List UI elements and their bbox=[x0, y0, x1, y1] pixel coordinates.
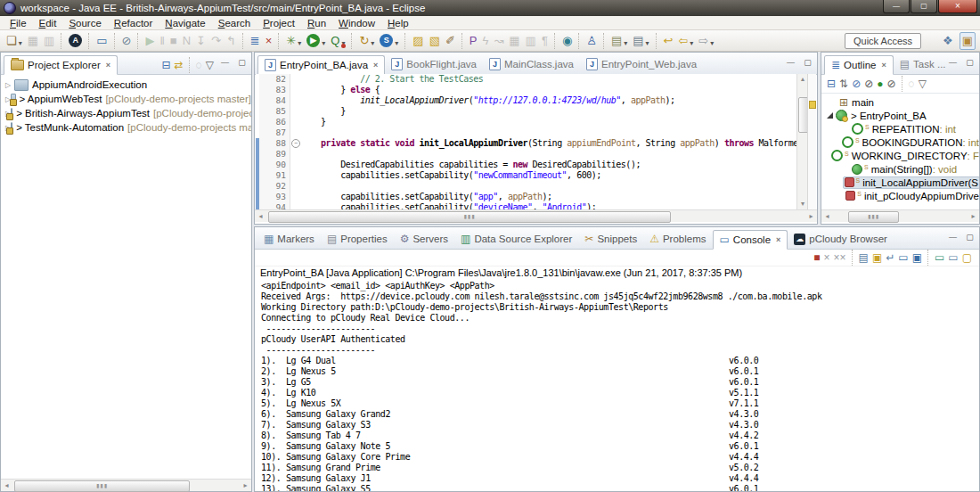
scroll-right-arrow-icon[interactable] bbox=[240, 480, 251, 491]
scroll-right-arrow-icon[interactable] bbox=[805, 211, 817, 222]
menu-item-navigate[interactable]: Navigate bbox=[159, 18, 211, 29]
menu-item-file[interactable]: File bbox=[4, 18, 33, 29]
tab-project-explorer[interactable]: Project Explorer bbox=[4, 55, 118, 75]
console-tab-data-source[interactable]: ▥Data Source Explorer bbox=[454, 229, 578, 249]
console-tab-servers[interactable]: ⚙Servers bbox=[394, 229, 454, 249]
collapse-all-icon[interactable]: ⊟ bbox=[161, 58, 172, 72]
external-tools-icon[interactable]: Q bbox=[329, 33, 347, 49]
scrollbar-thumb[interactable] bbox=[14, 480, 190, 492]
maximize-view-icon[interactable] bbox=[963, 232, 976, 243]
menu-item-run[interactable]: Run bbox=[301, 18, 332, 29]
new-wizard-icon[interactable]: ❏ bbox=[4, 33, 24, 49]
maximize-view-icon[interactable] bbox=[963, 57, 976, 69]
menu-item-project[interactable]: Project bbox=[257, 18, 301, 29]
annotation-pen-icon[interactable]: ✐ bbox=[444, 33, 457, 49]
project-tree-item[interactable]: > AppiumWebTest[pCloudy-demo-projects ma… bbox=[1, 92, 251, 106]
palette-icon[interactable]: ▤ bbox=[609, 33, 629, 49]
hide-non-public-icon[interactable]: ● bbox=[876, 77, 884, 91]
hide-local-types-icon[interactable]: ⊘ bbox=[886, 77, 897, 91]
last-edit-location-icon[interactable]: ↩ bbox=[662, 33, 675, 49]
editor-tab-entrypoint-ba-java[interactable]: JEntryPoint_BA.java bbox=[257, 55, 385, 75]
forward-icon[interactable]: ⇨ bbox=[697, 33, 715, 49]
open-console-icon[interactable]: ▭ bbox=[934, 250, 945, 265]
expand-arrow-icon[interactable] bbox=[827, 112, 833, 119]
maximize-view-icon[interactable] bbox=[235, 57, 249, 69]
word-wrap-icon[interactable]: ↵ bbox=[885, 250, 895, 265]
skip-breakpoints-icon[interactable]: ⊘ bbox=[120, 33, 134, 49]
sort-icon[interactable]: ⇅ bbox=[838, 77, 849, 91]
tab-outline[interactable]: ≣ Outline bbox=[824, 55, 894, 75]
outline-item[interactable]: SWORKING_DIRECTORYF bbox=[821, 149, 979, 162]
minimize-view-icon[interactable] bbox=[946, 232, 960, 243]
project-tree-item[interactable]: AppiumAndroidExecution bbox=[1, 78, 251, 92]
pin-console-icon[interactable]: ▭ bbox=[897, 250, 909, 265]
java-ee-wizard-icon[interactable]: ♙ bbox=[584, 33, 599, 49]
outline-item[interactable]: ⊞main bbox=[821, 95, 979, 109]
project-tree-item[interactable]: > British-Airways-AppiumTest[pCloudy-dem… bbox=[1, 106, 251, 120]
fold-marker-icon[interactable] bbox=[290, 138, 301, 149]
scroll-right-arrow-icon[interactable] bbox=[968, 211, 979, 222]
link-with-editor-icon[interactable]: ⇄ bbox=[174, 58, 184, 72]
occurrence-marker[interactable] bbox=[809, 101, 816, 109]
menu-item-help[interactable]: Help bbox=[381, 18, 415, 29]
console-tab-pcloudy[interactable]: ☁pCloudy Browser bbox=[788, 229, 894, 249]
outline-item[interactable]: > EntryPoint_BA bbox=[821, 109, 979, 122]
console-filter-icon[interactable]: ≣ bbox=[249, 33, 262, 49]
expand-arrow-icon[interactable] bbox=[5, 81, 14, 89]
outline-item[interactable]: Smain(String[])void bbox=[821, 162, 979, 176]
outline-item[interactable]: SREPEATITIONint bbox=[821, 122, 979, 135]
coverage-icon[interactable]: × bbox=[264, 33, 274, 49]
p-wand-icon[interactable]: P bbox=[468, 33, 479, 49]
editor-tab-entrypoint-web-java[interactable]: JEntryPoint_Web.java bbox=[580, 54, 703, 74]
remote-monitor-icon[interactable]: ▭ bbox=[94, 33, 109, 49]
console-tab-snippets[interactable]: ✂Snippets bbox=[578, 229, 643, 249]
minimize-editor-icon[interactable] bbox=[784, 57, 797, 69]
view-menu-icon[interactable]: ▽ bbox=[918, 77, 927, 91]
debug-icon[interactable]: ✳ bbox=[284, 33, 303, 49]
console-tab-properties[interactable]: ▤Properties bbox=[321, 229, 394, 249]
menu-item-source[interactable]: Source bbox=[62, 18, 107, 29]
remove-launch-icon[interactable]: × bbox=[823, 250, 831, 265]
scrollbar-thumb[interactable] bbox=[268, 211, 671, 223]
outline-item[interactable]: Sinit_LocalAppiumDriver(S bbox=[821, 176, 979, 189]
maximize-editor-icon[interactable] bbox=[801, 57, 814, 69]
console-output[interactable]: <apiEndpoint> <email_id> <apiAuthKey> <A… bbox=[256, 281, 978, 491]
console-tab-console[interactable]: ▭Console bbox=[713, 230, 788, 250]
minimize-view-icon[interactable] bbox=[946, 57, 960, 69]
open-resource-icon[interactable]: ▧ bbox=[428, 33, 442, 49]
close-icon[interactable] bbox=[373, 61, 378, 70]
console-tab-problems[interactable]: ⚠Problems bbox=[643, 229, 712, 249]
appium-plugin-icon[interactable]: A bbox=[67, 33, 84, 49]
outline-item[interactable]: Sinit_pCloudyAppiumDrive bbox=[821, 189, 979, 202]
hide-static-members-icon[interactable]: ⊘ bbox=[863, 77, 874, 91]
remove-all-terminated-icon[interactable]: ×× bbox=[833, 250, 847, 265]
new-console-view-icon[interactable]: ▢ bbox=[961, 250, 973, 265]
scrollbar-thumb[interactable] bbox=[848, 211, 899, 223]
close-window-button[interactable] bbox=[938, 0, 977, 13]
display-selected-console-icon[interactable]: ▣ bbox=[911, 250, 923, 265]
terminate-icon[interactable]: ■ bbox=[813, 250, 821, 265]
hide-fields-icon[interactable]: ⊘ bbox=[851, 77, 862, 91]
tab-task-list[interactable]: ▤ Task ... bbox=[894, 54, 952, 74]
open-type-icon[interactable]: ▨ bbox=[411, 33, 425, 49]
editor-tab-bookflight-java[interactable]: JBookFlight.java bbox=[385, 54, 483, 74]
console-view-dropdown-icon[interactable]: ▭ bbox=[947, 250, 959, 265]
clear-console-icon[interactable]: ▤ bbox=[858, 250, 870, 265]
java-ee-perspective-icon[interactable]: ▣ bbox=[960, 32, 976, 50]
minimize-window-button[interactable] bbox=[883, 0, 910, 13]
editor-tab-mainclass-java[interactable]: JMainClass.java bbox=[483, 54, 580, 74]
run-icon[interactable]: ▶ bbox=[305, 33, 327, 49]
menu-item-window[interactable]: Window bbox=[332, 18, 381, 29]
collapse-all-icon[interactable]: ⊟ bbox=[826, 77, 837, 91]
menu-item-refactor[interactable]: Refactor bbox=[108, 18, 159, 29]
close-icon[interactable] bbox=[882, 61, 886, 70]
web-browser-icon[interactable]: ◉ bbox=[560, 33, 574, 49]
menu-item-edit[interactable]: Edit bbox=[33, 18, 63, 29]
close-icon[interactable] bbox=[106, 61, 110, 70]
maximize-window-button[interactable] bbox=[911, 0, 937, 13]
code-editor[interactable]: 82 // 2. Start the TestCases83 } else {8… bbox=[256, 74, 816, 209]
quick-access-box[interactable]: Quick Access bbox=[845, 33, 921, 49]
outline-item[interactable]: SBOOKINGDURATIONint bbox=[821, 135, 979, 149]
view-menu-icon[interactable]: ▽ bbox=[205, 58, 215, 72]
project-tree-item[interactable]: > TestMunk-Automation[pCloudy-demo-proje… bbox=[1, 120, 251, 135]
